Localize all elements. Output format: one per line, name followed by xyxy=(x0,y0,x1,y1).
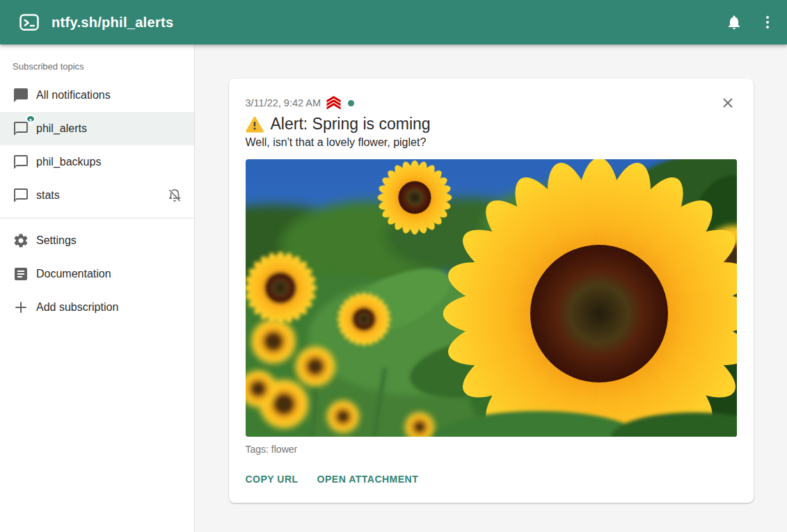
sidebar-item-label: phil_alerts xyxy=(36,122,87,135)
chat-bubble-outline-icon xyxy=(13,187,29,204)
notifications-off-icon xyxy=(166,187,183,204)
sidebar-item-documentation[interactable]: Documentation xyxy=(0,257,194,291)
article-icon xyxy=(13,266,29,282)
sidebar-item-label: phil_backups xyxy=(36,156,101,168)
content-area: Subscribed topics All notifications 1 ph… xyxy=(0,45,787,532)
kebab-menu-icon[interactable] xyxy=(751,6,784,39)
sidebar-item-label: Add subscription xyxy=(36,301,118,314)
timestamp: 3/11/22, 9:42 AM xyxy=(246,97,321,108)
notification-title: Alert: Spring is coming xyxy=(271,115,431,134)
subscribed-topics-label: Subscribed topics xyxy=(0,50,194,79)
ntfy-app: ntfy.sh/phil_alerts Subscribed topics xyxy=(0,0,787,532)
sidebar-item-stats[interactable]: stats xyxy=(0,179,194,212)
sidebar-item-settings[interactable]: Settings xyxy=(0,224,194,257)
sidebar-item-label: All notifications xyxy=(36,89,111,102)
priority-max-icon xyxy=(325,96,342,110)
sidebar-item-phil-alerts[interactable]: 1 phil_alerts xyxy=(0,112,194,145)
attachment-image[interactable] xyxy=(246,159,737,437)
warning-emoji-icon xyxy=(246,116,264,133)
chat-bubble-outline-icon xyxy=(13,154,29,170)
card-actions: COPY URL OPEN ATTACHMENT xyxy=(246,474,737,485)
tags-text: Tags: flower xyxy=(246,444,737,455)
sidebar-item-add-subscription[interactable]: Add subscription xyxy=(0,291,194,324)
unread-dot xyxy=(348,100,354,106)
unread-count-badge: 1 xyxy=(26,115,35,123)
plus-icon xyxy=(13,299,29,316)
sidebar-item-phil-backups[interactable]: phil_backups xyxy=(0,145,194,179)
copy-url-button[interactable]: COPY URL xyxy=(246,474,299,485)
app-bar: ntfy.sh/phil_alerts xyxy=(0,0,787,45)
notification-card: 3/11/22, 9:42 AM xyxy=(229,79,754,503)
page-title: ntfy.sh/phil_alerts xyxy=(51,15,173,31)
sidebar-item-label: stats xyxy=(36,189,60,202)
sidebar-divider xyxy=(0,218,194,218)
gear-icon xyxy=(13,232,29,249)
sidebar-item-label: Settings xyxy=(36,234,77,247)
chat-bubble-filled-icon xyxy=(13,87,29,104)
chat-bubble-outline-icon: 1 xyxy=(13,120,29,137)
notification-title-row: Alert: Spring is coming xyxy=(246,115,737,134)
sidebar-item-all-notifications[interactable]: All notifications xyxy=(0,79,194,112)
terminal-logo-icon xyxy=(18,12,40,33)
notification-meta: 3/11/22, 9:42 AM xyxy=(246,96,737,110)
sidebar-item-label: Documentation xyxy=(36,268,111,280)
bell-icon[interactable] xyxy=(717,6,751,39)
main-area: 3/11/22, 9:42 AM xyxy=(195,45,787,532)
notification-message: Well, isn't that a lovely flower, piglet… xyxy=(246,136,737,149)
sidebar: Subscribed topics All notifications 1 ph… xyxy=(0,45,195,532)
close-icon[interactable] xyxy=(719,94,737,112)
open-attachment-button[interactable]: OPEN ATTACHMENT xyxy=(317,474,419,485)
